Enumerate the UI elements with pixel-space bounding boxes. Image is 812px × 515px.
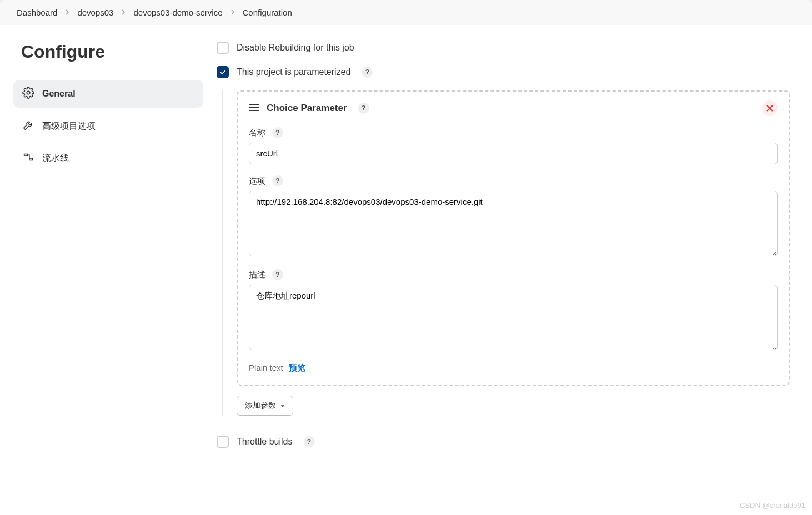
disable-rebuild-row: Disable Rebuilding for this job bbox=[217, 42, 790, 54]
parameterized-label: This project is parameterized bbox=[237, 67, 350, 77]
help-icon[interactable]: ? bbox=[304, 436, 315, 447]
parameter-type-title: Choice Parameter bbox=[267, 103, 347, 114]
chevron-down-icon bbox=[280, 405, 285, 407]
throttle-row: Throttle builds ? bbox=[217, 436, 790, 448]
preview-link[interactable]: 预览 bbox=[289, 363, 305, 372]
description-preview-row: Plain text 预览 bbox=[249, 363, 778, 373]
help-icon[interactable]: ? bbox=[272, 269, 283, 280]
breadcrumb-configuration[interactable]: Configuration bbox=[243, 8, 292, 17]
breadcrumb-dashboard[interactable]: Dashboard bbox=[17, 8, 57, 17]
disable-rebuild-checkbox[interactable] bbox=[217, 42, 229, 54]
parameterized-checkbox[interactable] bbox=[217, 66, 229, 78]
throttle-checkbox[interactable] bbox=[217, 436, 229, 448]
throttle-label: Throttle builds bbox=[237, 437, 293, 447]
breadcrumb-service[interactable]: devops03-demo-service bbox=[133, 8, 222, 17]
section-bar bbox=[222, 90, 223, 416]
choice-parameter-card: Choice Parameter ? 名称 ? bbox=[237, 90, 790, 386]
breadcrumb-project[interactable]: devops03 bbox=[77, 8, 113, 17]
chevron-right-icon bbox=[65, 8, 69, 17]
pipeline-icon bbox=[22, 151, 34, 165]
plain-text-label: Plain text bbox=[249, 363, 283, 372]
gear-icon bbox=[22, 87, 34, 101]
help-icon[interactable]: ? bbox=[272, 175, 283, 186]
drag-handle-icon[interactable] bbox=[249, 104, 259, 113]
param-choices-input[interactable] bbox=[249, 191, 778, 256]
chevron-right-icon bbox=[230, 8, 235, 17]
parameterized-row: This project is parameterized ? bbox=[217, 66, 790, 78]
sidebar-item-label: 高级项目选项 bbox=[42, 120, 96, 132]
param-desc-label: 描述 bbox=[249, 270, 265, 280]
param-desc-input[interactable] bbox=[249, 285, 778, 350]
configure-form: Disable Rebuilding for this job This pro… bbox=[217, 25, 812, 477]
sidebar-item-pipeline[interactable]: 流水线 bbox=[13, 144, 203, 172]
sidebar-item-advanced[interactable]: 高级项目选项 bbox=[13, 112, 203, 140]
help-icon[interactable]: ? bbox=[358, 103, 369, 114]
sidebar-item-label: General bbox=[42, 89, 76, 99]
svg-point-0 bbox=[27, 91, 30, 94]
configure-sidebar: Configure General 高级项目选项 bbox=[0, 25, 217, 477]
add-parameter-button[interactable]: 添加参数 bbox=[237, 396, 293, 416]
add-parameter-label: 添加参数 bbox=[245, 401, 276, 411]
page-title: Configure bbox=[13, 42, 203, 62]
wrench-icon bbox=[22, 119, 34, 133]
disable-rebuild-label: Disable Rebuilding for this job bbox=[237, 43, 354, 53]
chevron-right-icon bbox=[121, 8, 126, 17]
sidebar-item-label: 流水线 bbox=[42, 153, 69, 164]
param-name-input[interactable] bbox=[249, 143, 778, 164]
remove-parameter-button[interactable] bbox=[762, 100, 778, 116]
param-name-label: 名称 bbox=[249, 128, 265, 138]
breadcrumb: Dashboard devops03 devops03-demo-service… bbox=[0, 0, 812, 25]
param-choices-label: 选项 bbox=[249, 176, 265, 186]
help-icon[interactable]: ? bbox=[272, 127, 283, 138]
sidebar-item-general[interactable]: General bbox=[13, 80, 203, 108]
help-icon[interactable]: ? bbox=[362, 67, 373, 78]
